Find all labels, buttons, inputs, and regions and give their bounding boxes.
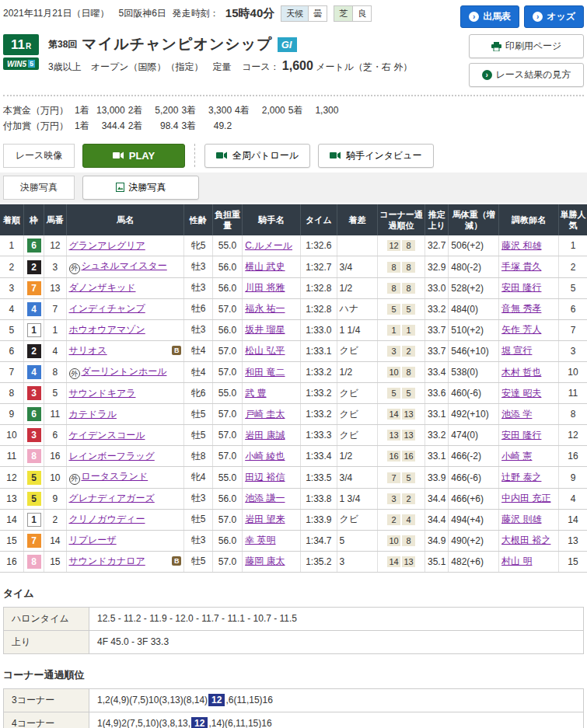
time-row-label: 上り <box>4 630 89 653</box>
finish-time: 1:33.4 <box>301 446 337 467</box>
win-popularity: 9 <box>558 467 587 489</box>
horse-name-link[interactable]: グレナディアガーズ <box>69 493 155 503</box>
odds-button-label: オッズ <box>547 10 575 23</box>
trainer-name-link[interactable]: 堀 宣行 <box>501 345 532 356</box>
result-row: 13 5 9 グレナディアガーズ 牡3 56.0 池添 謙一 1:33.8 1 … <box>0 488 587 509</box>
jockey-name-link[interactable]: 田辺 裕信 <box>245 472 285 482</box>
horse-name-link[interactable]: ホウオウアマゾン <box>69 324 145 335</box>
prize-item: 3着3,300 <box>181 103 232 118</box>
jockey-name-link[interactable]: 武 豊 <box>245 388 266 399</box>
margin: 3 <box>337 551 378 572</box>
horse-weight: 482(+6) <box>449 551 499 572</box>
horse-name-link[interactable]: ロータスランド <box>82 471 148 482</box>
jockey-name-link[interactable]: 横山 武史 <box>245 261 285 272</box>
frame-number-badge: 3 <box>27 428 41 442</box>
finish-position: 13 <box>0 488 23 509</box>
trainer-name-link[interactable]: 中内田 充正 <box>501 493 550 503</box>
jockey-name-link[interactable]: 川田 将雅 <box>245 282 285 293</box>
estimated-last-3f: 34.4 <box>425 488 448 509</box>
arrow-circle-icon: › <box>469 12 479 22</box>
result-row: 4 4 7 インディチャンプ 牡6 57.0 福永 祐一 1:32.8 ハナ 5… <box>0 298 587 319</box>
horse-name-link[interactable]: レインボーフラッグ <box>69 451 155 462</box>
jockey-name-link[interactable]: C.ルメール <box>245 240 292 251</box>
jockey-name-link[interactable]: 池添 謙一 <box>245 493 285 503</box>
jockey-name-link[interactable]: 戸崎 圭太 <box>245 409 285 420</box>
trainer-name-link[interactable]: 安田 隆行 <box>501 430 541 441</box>
horse-name-link[interactable]: サウンドキアラ <box>69 388 136 399</box>
win-popularity: 4 <box>558 488 587 509</box>
entries-button[interactable]: › 出馬表 <box>460 5 519 28</box>
divider <box>3 95 584 96</box>
jockey-interview-button[interactable]: 騎手インタビュー <box>318 144 433 168</box>
horse-name-link[interactable]: インディチャンプ <box>69 303 145 314</box>
horse-weight: 546(+10) <box>449 340 499 361</box>
topbar: 2021年11月21日（日曜） 5回阪神6日 発走時刻： 15時40分 天候 曇… <box>0 4 587 33</box>
frame-number-badge: 6 <box>27 407 41 421</box>
jockey-name-link[interactable]: 松山 弘平 <box>245 345 285 356</box>
trainer-name-link[interactable]: 手塚 貴久 <box>501 261 541 272</box>
jockey-name-link[interactable]: 小崎 綾也 <box>245 451 285 462</box>
jockey-name-link[interactable]: 和田 竜二 <box>245 367 285 378</box>
horse-name-link[interactable]: リプレーザ <box>69 535 117 545</box>
trainer-name-link[interactable]: 辻野 泰之 <box>501 472 541 482</box>
horse-name-link[interactable]: ダノンザキッド <box>69 282 136 293</box>
jockey-name-link[interactable]: 福永 祐一 <box>245 303 285 314</box>
patrol-video-button[interactable]: 全周パトロール <box>204 144 310 168</box>
trainer-name-link[interactable]: 安田 隆行 <box>501 282 541 293</box>
video-camera-icon <box>113 152 124 159</box>
course-distance: 1,600 <box>282 59 313 72</box>
print-page-button[interactable]: 印刷用ページ <box>469 34 584 58</box>
horse-number: 11 <box>44 404 66 425</box>
result-row: 10 3 6 ケイデンスコール 牡5 57.0 岩田 康誠 1:33.3 クビ … <box>0 425 587 446</box>
carried-weight: 57.0 <box>212 551 242 572</box>
corner-table: 3コーナー1,2(4,9)(7,5)10(3,13)(8,14)12,6(11,… <box>3 688 584 728</box>
horse-weight: 480(-2) <box>449 256 499 278</box>
blinker-badge: B <box>172 556 181 566</box>
jockey-name-link[interactable]: 幸 英明 <box>245 535 275 545</box>
horse-name-link[interactable]: クリノガウディー <box>69 514 145 524</box>
horse-name-link[interactable]: グランアレグリア <box>69 240 145 251</box>
results-guide-button[interactable]: › レース結果の見方 <box>469 63 584 87</box>
entries-button-label: 出馬表 <box>483 10 511 23</box>
jockey-name-link[interactable]: 岩田 望来 <box>245 514 285 524</box>
trainer-name-link[interactable]: 大根田 裕之 <box>501 535 550 545</box>
prize-block: 本賞金（万円） 1着13,0002着5,2003着3,3004着2,0005着1… <box>0 98 587 142</box>
turf-box: 芝 良 <box>334 5 372 22</box>
trainer-name-link[interactable]: 音無 秀孝 <box>501 303 541 314</box>
trainer-name-link[interactable]: 藤沢 則雄 <box>501 514 541 524</box>
frame-number-badge: 2 <box>27 344 41 358</box>
trainer-name-link[interactable]: 小崎 憲 <box>501 451 532 462</box>
odds-button[interactable]: › オッズ <box>524 5 584 28</box>
horse-name-link[interactable]: サリオス <box>69 345 107 356</box>
margin: 3/4 <box>337 467 378 489</box>
corner-positions: 75 <box>378 467 425 489</box>
jockey-name-link[interactable]: 藤岡 康太 <box>245 556 285 566</box>
horse-name-link[interactable]: カテドラル <box>69 409 117 420</box>
prize-item: 5着1,300 <box>288 103 339 118</box>
corner-tbody: 3コーナー1,2(4,9)(7,5)10(3,13)(8,14)12,6(11,… <box>4 688 584 728</box>
result-row: 12 5 10 外ロータスランド 牝4 55.0 田辺 裕信 1:33.5 3/… <box>0 467 587 489</box>
trainer-name-link[interactable]: 矢作 芳人 <box>501 324 541 335</box>
margin: 5 <box>337 530 378 551</box>
trainer-name-link[interactable]: 池添 学 <box>501 409 532 420</box>
jockey-name-link[interactable]: 岩田 康誠 <box>245 430 285 441</box>
win5-number: 5 <box>28 60 35 68</box>
horse-name-link[interactable]: ダーリントンホール <box>82 366 167 377</box>
trainer-name-link[interactable]: 藤沢 和雄 <box>501 240 541 251</box>
play-button[interactable]: PLAY <box>82 144 185 168</box>
trainer-name-link[interactable]: 安達 昭夫 <box>501 388 541 399</box>
horse-name-link[interactable]: ケイデンスコール <box>69 430 145 441</box>
sex-age: 牡4 <box>184 361 212 383</box>
finish-photo-button[interactable]: 決勝写真 <box>82 176 199 200</box>
trainer-name-link[interactable]: 木村 哲也 <box>501 367 541 378</box>
horse-name-link[interactable]: シュネルマイスター <box>82 260 167 271</box>
photo-label: 決勝写真 <box>3 176 75 200</box>
margin: クビ <box>337 340 378 361</box>
horse-number: 15 <box>44 551 66 572</box>
estimated-last-3f: 35.1 <box>425 551 448 572</box>
horse-name-link[interactable]: サウンドカナロア <box>69 556 145 566</box>
trainer-name-link[interactable]: 村山 明 <box>501 556 532 566</box>
jockey-name-link[interactable]: 坂井 瑠星 <box>245 324 285 335</box>
sex-age: 牡3 <box>184 319 212 340</box>
horse-weight: 510(+2) <box>449 319 499 340</box>
